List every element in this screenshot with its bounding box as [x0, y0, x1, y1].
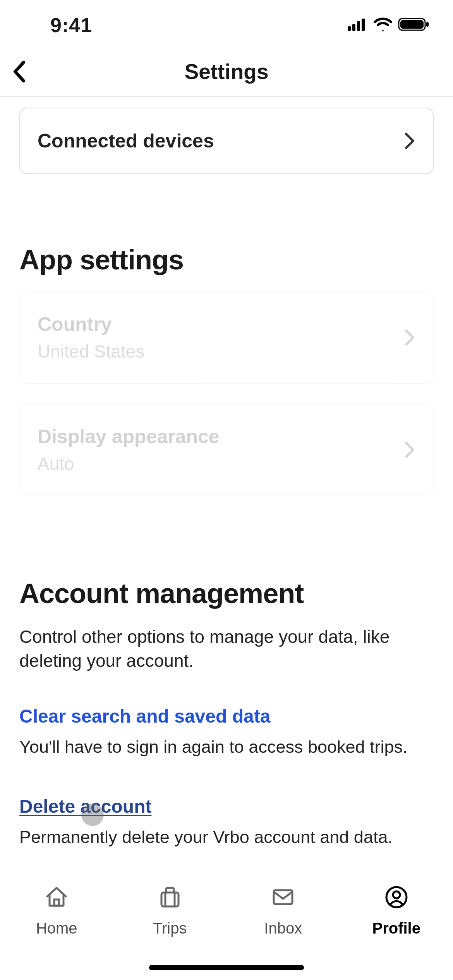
status-bar: 9:41 — [0, 0, 453, 46]
display-appearance-value: Auto — [38, 453, 220, 474]
account-management-heading: Account management — [19, 577, 434, 609]
touch-indicator — [81, 804, 104, 826]
home-indicator — [149, 965, 304, 970]
country-label: Country — [38, 313, 144, 336]
tab-home[interactable]: Home — [0, 883, 113, 937]
chevron-right-icon — [404, 328, 415, 347]
clear-data-link[interactable]: Clear search and saved data — [19, 706, 270, 727]
svg-point-13 — [393, 891, 400, 898]
svg-rect-5 — [400, 20, 424, 29]
tab-profile-label: Profile — [372, 920, 420, 937]
connected-devices-row[interactable]: Connected devices — [19, 108, 434, 174]
tab-inbox-label: Inbox — [264, 920, 302, 937]
account-management-subtitle: Control other options to manage your dat… — [19, 625, 434, 673]
mail-icon — [269, 883, 297, 913]
tab-profile[interactable]: Profile — [340, 883, 453, 937]
svg-rect-11 — [274, 890, 292, 904]
svg-rect-7 — [54, 899, 59, 906]
display-appearance-row[interactable]: Display appearance Auto — [19, 403, 434, 496]
page-title: Settings — [185, 59, 269, 84]
country-value: United States — [38, 341, 144, 362]
tab-trips-label: Trips — [153, 920, 187, 937]
country-row[interactable]: Country United States — [19, 291, 434, 384]
status-time: 9:41 — [23, 14, 92, 37]
svg-rect-0 — [348, 26, 351, 31]
back-button[interactable] — [8, 60, 31, 83]
status-indicators — [348, 17, 430, 33]
wifi-icon — [373, 17, 393, 33]
svg-rect-8 — [161, 893, 178, 906]
page-header: Settings — [0, 46, 453, 97]
tab-trips[interactable]: Trips — [113, 883, 227, 937]
svg-rect-2 — [357, 21, 360, 31]
clear-data-desc: You'll have to sign in again to access b… — [19, 735, 434, 759]
battery-icon — [398, 17, 430, 33]
chevron-right-icon — [404, 440, 415, 459]
tab-bar: Home Trips Inbox Profile — [0, 868, 453, 980]
display-appearance-label: Display appearance — [38, 425, 220, 448]
chevron-right-icon — [404, 132, 415, 150]
chevron-left-icon — [12, 60, 27, 83]
tab-home-label: Home — [36, 920, 77, 937]
profile-icon — [383, 883, 410, 913]
svg-rect-6 — [426, 22, 429, 27]
svg-rect-3 — [362, 19, 365, 31]
cellular-icon — [348, 18, 368, 33]
home-icon — [43, 883, 70, 913]
suitcase-icon — [156, 883, 184, 913]
svg-point-12 — [386, 887, 407, 907]
tab-inbox[interactable]: Inbox — [226, 883, 340, 937]
app-settings-heading: App settings — [19, 244, 434, 276]
svg-rect-1 — [352, 24, 355, 31]
delete-account-desc: Permanently delete your Vrbo account and… — [19, 826, 434, 849]
connected-devices-label: Connected devices — [38, 130, 214, 152]
